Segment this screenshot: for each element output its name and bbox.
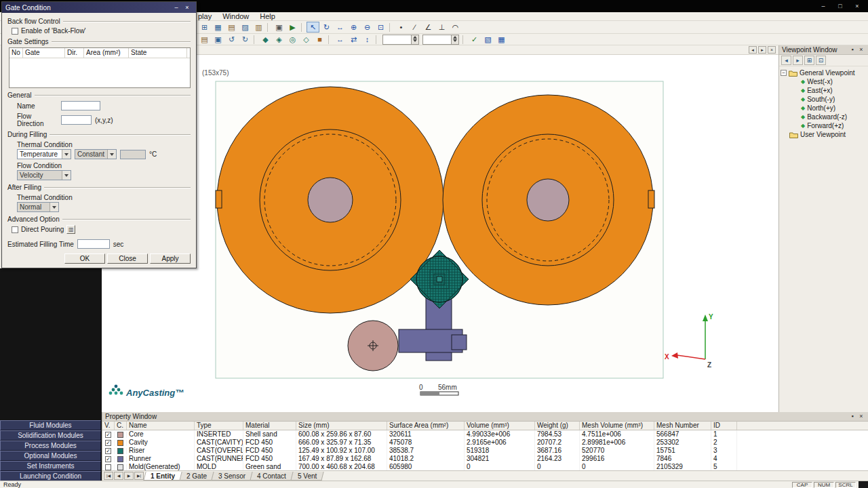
image-capture-icon[interactable]: ▣ [273,22,285,33]
tree-item-backward-z[interactable]: ◆Backward(-z) [781,113,867,121]
minimize-button[interactable]: – [816,2,831,11]
dialog-close-button[interactable]: × [182,3,193,12]
property-panel-titlebar[interactable]: Property Window ▪× [102,412,868,422]
tab-5-vent[interactable]: 5 Vent [290,472,324,481]
select-icon[interactable]: ↖ [307,22,319,33]
tab-nav-icon[interactable]: ▶| [134,472,144,480]
model-canvas[interactable]: (153x75) [102,55,778,412]
point-measure-icon[interactable]: • [395,22,408,33]
tree-item-user-viewpoint[interactable]: User Viewpoint [781,130,867,139]
tab-1-entity[interactable]: 1 Entity [143,472,182,481]
add-viewpoint-icon[interactable]: ⊞ [804,56,814,65]
pan-icon[interactable]: ↔ [334,22,347,33]
ok-button[interactable]: OK [64,253,105,264]
tree-item-west-x[interactable]: ◆West(-x) [781,77,867,86]
direct-pouring-checkbox[interactable] [12,226,18,233]
thermal-type-dropdown[interactable]: Temperature [17,149,71,159]
tab-2-gate[interactable]: 2 Gate [180,472,214,481]
plane-position-spinner[interactable] [382,35,419,45]
tree-item-forward-z[interactable]: ◆Forward(+z) [781,121,867,130]
tab-nav-icon[interactable]: |◀ [104,472,113,480]
spinner-icon[interactable] [411,35,418,44]
mesh-view-icon[interactable]: ▦ [212,22,224,33]
chart-icon[interactable]: ▨ [239,22,252,33]
tree-item-north-y[interactable]: ◆North(+y) [781,104,867,113]
viewpoint-back-icon[interactable]: ◂ [781,56,791,65]
apply-button[interactable]: Apply [150,253,191,264]
close-icon[interactable]: × [857,46,865,54]
module-optional-modules[interactable]: Optional Modules [0,451,101,461]
module-solidification-modules[interactable]: Solidification Modules [0,430,101,441]
module-set-instruments[interactable]: Set Instruments [0,461,101,471]
menu-item-play[interactable]: play [198,12,212,20]
table-icon[interactable]: ▤ [225,22,238,33]
close-view-icon[interactable]: × [768,46,776,54]
undo-icon[interactable]: ↺ [225,34,238,45]
table-row[interactable]: ✓CoreINSERTEDShell sand600.08 x 259.86 x… [102,430,868,439]
mold-icon[interactable]: ■ [313,34,326,45]
cavity-right-wheel[interactable] [443,95,654,305]
close-icon[interactable]: × [857,413,865,420]
dialog-titlebar[interactable]: Gate Condition –× [2,2,196,13]
dialog-minimize-button[interactable]: – [171,3,182,12]
angle-measure-icon[interactable]: ∠ [422,22,435,33]
clip-section-icon[interactable]: ▧ [481,34,494,45]
table-row[interactable]: ✓CavityCAST(CAVITY)FCD 450666.09 x 325.9… [102,439,868,447]
color-swatch[interactable] [117,448,123,454]
visibility-checkbox[interactable]: ✓ [105,432,111,438]
tab-nav-icon[interactable]: ▶ [124,472,134,480]
menu-item-help[interactable]: Help [260,12,275,20]
color-swatch[interactable] [117,456,123,462]
flow-condition-dropdown[interactable]: Velocity [17,170,71,180]
module-fluid-modules[interactable]: Fluid Modules [0,420,101,430]
tree-item-east-x[interactable]: ◆East(+x) [781,86,867,95]
zoom-in-icon[interactable]: ⊕ [347,22,360,33]
color-swatch[interactable] [117,440,123,446]
module-process-modules[interactable]: Process Modules [0,441,101,451]
table-row[interactable]: ✓RiserCAST(OVERFLOW)FCD 450125.49 x 100.… [102,447,868,455]
apply-plane-icon[interactable]: ✓ [468,34,481,45]
visibility-checkbox[interactable]: ✓ [105,456,111,462]
line-measure-icon[interactable]: ∕ [408,22,421,33]
runner-icon[interactable]: ◇ [300,34,313,45]
viewpoint-forward-icon[interactable]: ▸ [793,56,803,65]
viewport[interactable]: (153x75) [102,55,778,412]
overflow-icon[interactable]: ◎ [286,34,299,45]
save-project-icon[interactable]: ▣ [212,34,224,45]
open-project-icon[interactable]: ▤ [198,34,211,45]
thermal-mode-dropdown[interactable]: Constant [75,149,117,159]
tree-item-general-viewpoint[interactable]: −General Viewpoint [781,68,867,77]
tree-item-south-y[interactable]: ◆South(-y) [781,95,867,104]
pin-icon[interactable]: ▪ [848,413,856,420]
module-launching-condition[interactable]: Launching Condition [0,471,101,481]
scale-entity-icon[interactable]: ↕ [361,34,374,45]
zoom-out-icon[interactable]: ⊖ [361,22,374,33]
after-thermal-dropdown[interactable]: Normal [17,202,59,212]
estimated-filling-time-input[interactable] [77,239,110,249]
gate-name-input[interactable] [61,101,100,110]
table-row[interactable]: ✓RunnerCAST(RUNNER)FCD 450167.49 x 87.89… [102,455,868,463]
close-button[interactable]: Close [107,253,148,264]
rotate-view-icon[interactable]: ↻ [320,22,333,33]
maximize-button[interactable]: □ [833,2,848,11]
zoom-fit-icon[interactable]: ⊡ [374,22,387,33]
report-icon[interactable]: ▥ [252,22,265,33]
translate-icon[interactable]: ↔ [334,34,347,45]
visibility-checkbox[interactable] [105,464,111,470]
spinner-icon[interactable] [451,35,458,44]
rotate-entity-icon[interactable]: ⇄ [347,34,360,45]
gate-list[interactable]: NoGateDir.Area (mm²)State [9,47,191,88]
grid-toggle-icon[interactable]: ▦ [495,34,508,45]
cavity-left-wheel[interactable] [216,87,443,313]
previous-view-icon[interactable]: ◂ [749,46,757,54]
perpendicular-icon[interactable]: ⊥ [435,22,448,33]
tab-4-contact[interactable]: 4 Contact [250,472,294,481]
viewpoint-panel-titlebar[interactable]: Viewpoint Window ▪× [779,45,868,55]
visibility-checkbox[interactable]: ✓ [105,440,111,446]
animation-play-icon[interactable]: ▶ [286,22,299,33]
plane-index-spinner[interactable] [422,35,459,45]
core-part[interactable] [348,321,398,371]
mesh-generation-icon[interactable]: ⊞ [198,22,211,33]
tab-nav-icon[interactable]: ◀ [114,472,123,480]
expander-icon[interactable]: − [781,70,787,76]
